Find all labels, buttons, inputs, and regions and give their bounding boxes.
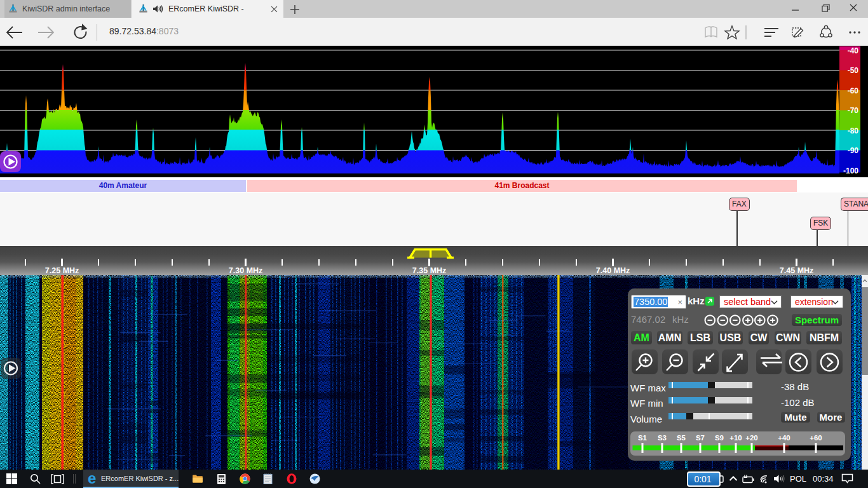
svg-text:-70: -70	[848, 106, 859, 115]
svg-text:-40: -40	[848, 46, 859, 55]
svg-text:+60: +60	[810, 434, 822, 442]
svg-text:0:01: 0:01	[694, 474, 711, 484]
svg-text:+10: +10	[729, 434, 742, 442]
svg-text:-80: -80	[848, 126, 859, 135]
svg-text:S1: S1	[638, 434, 648, 442]
svg-text:+40: +40	[778, 434, 790, 442]
svg-text:S3: S3	[658, 434, 667, 442]
svg-text:+20: +20	[745, 434, 758, 442]
svg-text:-50: -50	[848, 66, 859, 75]
svg-text:-100: -100	[843, 166, 858, 175]
svg-text:S5: S5	[677, 434, 686, 442]
svg-text:-90: -90	[848, 146, 859, 155]
svg-text:S7: S7	[696, 434, 705, 442]
svg-text:S9: S9	[715, 434, 724, 442]
svg-text:-60: -60	[848, 86, 859, 95]
